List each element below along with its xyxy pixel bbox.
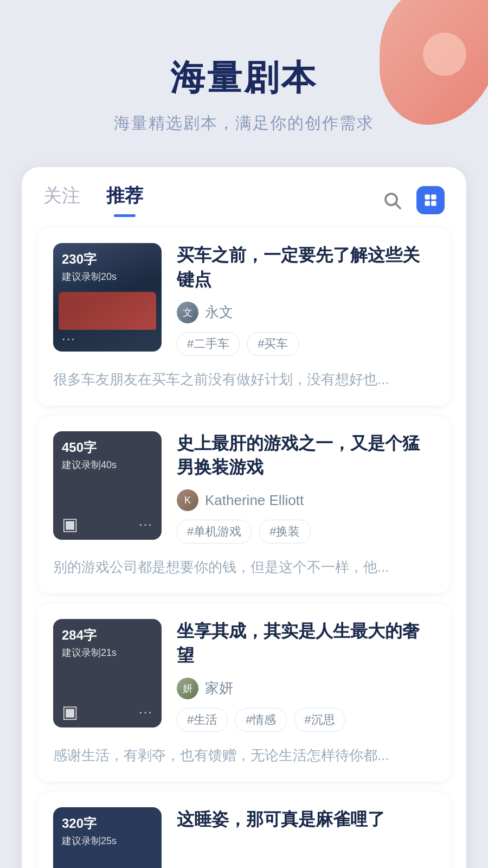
card-top-2: 450字 建议录制40s ▣ ··· 史上最肝的游戏之一，又是个猛男换装游戏 K… <box>53 431 435 544</box>
svg-rect-3 <box>431 195 436 200</box>
page-main-title: 海量剧本 <box>0 54 488 101</box>
svg-rect-2 <box>425 195 430 200</box>
word-count-1: 230字 <box>62 251 153 268</box>
thumb-bottom-2: ▣ ··· <box>53 514 162 534</box>
thumbnail-overlay-4: 320字 建议录制25s <box>53 807 162 847</box>
film-icon-3: ▣ <box>62 701 78 722</box>
author-row-3: 妍 家妍 <box>177 678 435 699</box>
author-row-1: 文 永文 <box>177 302 435 323</box>
script-card-2[interactable]: 450字 建议录制40s ▣ ··· 史上最肝的游戏之一，又是个猛男换装游戏 K… <box>38 416 450 593</box>
card-info-3: 坐享其成，其实是人生最大的奢望 妍 家妍 #生活 #情感 #沉思 <box>177 619 435 732</box>
main-card: 关注 推荐 230字 建议录制20 <box>22 167 466 868</box>
tag-2-1[interactable]: #换装 <box>259 520 310 544</box>
thumbnail-overlay-2: 450字 建议录制40s <box>53 431 162 471</box>
thumb-bottom-1: ··· <box>53 331 162 346</box>
card-title-4: 这睡姿，那可真是麻雀哩了 <box>177 807 435 832</box>
search-button[interactable] <box>378 187 406 214</box>
duration-1: 建议录制20s <box>62 270 153 283</box>
script-card-4[interactable]: 320字 建议录制25s 这睡姿，那可真是麻雀哩了 <box>38 792 450 868</box>
thumb-bottom-3: ▣ ··· <box>53 701 162 722</box>
duration-4: 建议录制25s <box>62 834 153 847</box>
film-icon-2: ▣ <box>62 514 78 534</box>
author-avatar-3: 妍 <box>177 678 198 699</box>
duration-2: 建议录制40s <box>62 458 153 471</box>
tag-1-0[interactable]: #二手车 <box>177 332 240 356</box>
tag-3-2[interactable]: #沉思 <box>294 708 345 732</box>
tag-3-1[interactable]: #情感 <box>235 708 286 732</box>
card-top-1: 230字 建议录制20s ··· 买车之前，一定要先了解这些关键点 文 永文 <box>53 243 435 356</box>
thumb-dots-2: ··· <box>139 516 153 532</box>
svg-rect-4 <box>425 201 430 206</box>
tag-1-1[interactable]: #买车 <box>247 332 298 356</box>
content-list: 230字 建议录制20s ··· 买车之前，一定要先了解这些关键点 文 永文 <box>22 217 466 868</box>
thumbnail-3: 284字 建议录制21s ▣ ··· <box>53 619 162 727</box>
thumbnail-2: 450字 建议录制40s ▣ ··· <box>53 431 162 540</box>
card-title-2: 史上最肝的游戏之一，又是个猛男换装游戏 <box>177 431 435 480</box>
svg-line-1 <box>396 204 400 208</box>
author-name-2: Katherine Elliott <box>205 492 304 509</box>
card-preview-3: 感谢生活，有剥夺，也有馈赠，无论生活怎样待你都... <box>53 743 435 766</box>
thumb-dots-3: ··· <box>139 704 153 719</box>
grid-menu-button[interactable] <box>416 186 445 214</box>
word-count-4: 320字 <box>62 815 153 832</box>
tags-row-2: #单机游戏 #换装 <box>177 520 435 544</box>
page-sub-title: 海量精选剧本，满足你的创作需求 <box>0 112 488 135</box>
card-info-1: 买车之前，一定要先了解这些关键点 文 永文 #二手车 #买车 <box>177 243 435 356</box>
author-name-3: 家妍 <box>205 679 233 698</box>
card-title-3: 坐享其成，其实是人生最大的奢望 <box>177 619 435 668</box>
search-icon <box>382 190 402 210</box>
card-info-4: 这睡姿，那可真是麻雀哩了 <box>177 807 435 841</box>
thumbnail-overlay-3: 284字 建议录制21s <box>53 619 162 659</box>
tab-recommend[interactable]: 推荐 <box>106 183 143 217</box>
tab-follow[interactable]: 关注 <box>43 183 80 217</box>
author-name-1: 永文 <box>205 303 233 322</box>
author-row-2: K Katherine Elliott <box>177 489 435 511</box>
word-count-2: 450字 <box>62 439 153 456</box>
thumb-dots-1: ··· <box>62 331 76 346</box>
car-illustration <box>59 292 156 330</box>
author-avatar-2: K <box>177 489 198 511</box>
thumbnail-1: 230字 建议录制20s ··· <box>53 243 162 352</box>
tabs-bar: 关注 推荐 <box>22 167 466 217</box>
script-card-3[interactable]: 284字 建议录制21s ▣ ··· 坐享其成，其实是人生最大的奢望 妍 家妍 <box>38 604 450 781</box>
header-section: 海量剧本 海量精选剧本，满足你的创作需求 <box>0 0 488 167</box>
card-info-2: 史上最肝的游戏之一，又是个猛男换装游戏 K Katherine Elliott … <box>177 431 435 544</box>
tags-row-3: #生活 #情感 #沉思 <box>177 708 435 732</box>
duration-3: 建议录制21s <box>62 646 153 659</box>
tag-2-0[interactable]: #单机游戏 <box>177 520 252 544</box>
script-card-1[interactable]: 230字 建议录制20s ··· 买车之前，一定要先了解这些关键点 文 永文 <box>38 228 450 405</box>
grid-icon <box>423 193 438 208</box>
thumbnail-overlay-1: 230字 建议录制20s <box>53 243 162 283</box>
card-preview-2: 别的游戏公司都是想要你的钱，但是这个不一样，他... <box>53 554 435 578</box>
thumbnail-4: 320字 建议录制25s <box>53 807 162 868</box>
svg-rect-5 <box>431 201 436 206</box>
card-top-3: 284字 建议录制21s ▣ ··· 坐享其成，其实是人生最大的奢望 妍 家妍 <box>53 619 435 732</box>
author-avatar-1: 文 <box>177 302 198 323</box>
card-title-1: 买车之前，一定要先了解这些关键点 <box>177 243 435 292</box>
tags-row-1: #二手车 #买车 <box>177 332 435 356</box>
word-count-3: 284字 <box>62 627 153 644</box>
card-preview-1: 很多车友朋友在买车之前没有做好计划，没有想好也... <box>53 367 435 390</box>
tag-3-0[interactable]: #生活 <box>177 708 228 732</box>
